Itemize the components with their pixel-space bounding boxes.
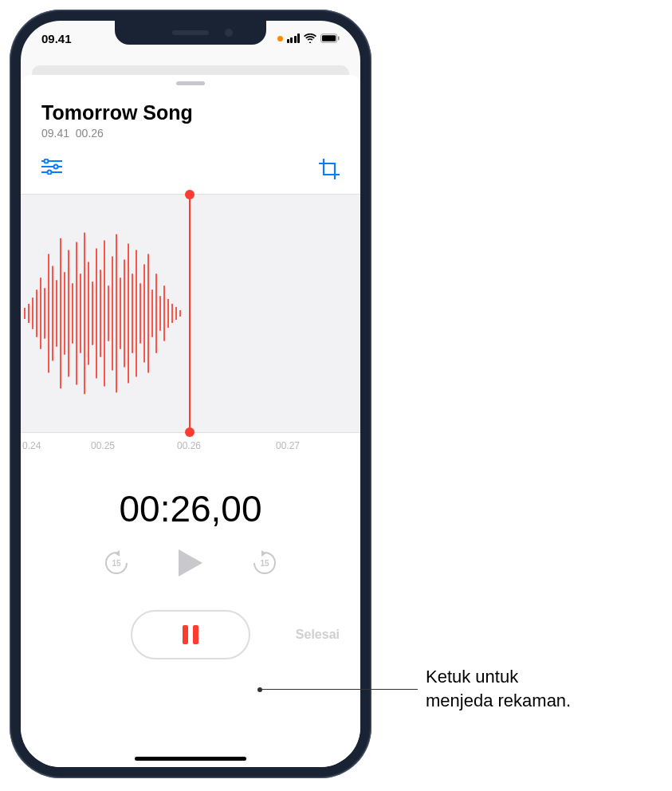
wifi-icon (304, 33, 316, 43)
recording-duration: 00.26 (76, 127, 104, 140)
pause-record-button[interactable] (131, 610, 250, 659)
waveform-icon (21, 195, 192, 432)
sheet-grab-handle[interactable] (176, 81, 205, 85)
ruler-tick: 00.25 (91, 440, 115, 451)
svg-point-7 (54, 165, 58, 169)
trim-crop-icon[interactable] (319, 159, 340, 179)
callout-text: Ketuk untuk menjeda rekaman. (426, 665, 571, 712)
time-ruler: 0.24 00.25 00.26 00.27 (21, 438, 360, 457)
edit-toolbar (21, 140, 360, 194)
pause-icon (183, 625, 198, 644)
device-notch (115, 21, 266, 45)
notch-camera (225, 29, 233, 37)
notch-speaker (172, 30, 209, 35)
settings-sliders-icon[interactable] (41, 159, 62, 175)
svg-marker-50 (179, 549, 202, 577)
waveform-display[interactable] (21, 194, 360, 433)
phone-screen: 09.41 Tomorrow Song (21, 21, 360, 767)
svg-rect-2 (338, 37, 339, 41)
status-time: 09.41 (41, 32, 72, 45)
status-indicators (277, 33, 340, 43)
svg-text:15: 15 (260, 559, 269, 568)
ruler-tick: 0.24 (22, 440, 41, 451)
home-indicator[interactable] (135, 757, 246, 761)
phone-frame: 09.41 Tomorrow Song (10, 10, 371, 778)
ruler-tick: 00.27 (276, 440, 300, 451)
record-row: Selesai (21, 610, 360, 659)
svg-point-8 (48, 171, 52, 175)
elapsed-time: 00:26,00 (21, 487, 360, 530)
playhead-line (189, 195, 191, 432)
play-icon[interactable] (177, 548, 204, 578)
done-button[interactable]: Selesai (296, 628, 340, 642)
recording-indicator-icon (277, 36, 283, 41)
ruler-tick: 00.26 (177, 440, 201, 451)
svg-text:15: 15 (112, 559, 121, 568)
recording-title[interactable]: Tomorrow Song (21, 101, 360, 124)
callout-leader-line (260, 689, 418, 690)
cellular-signal-icon (287, 33, 301, 43)
svg-point-6 (45, 159, 49, 163)
battery-icon (320, 33, 340, 43)
skip-back-15-icon[interactable]: 15 (102, 549, 131, 577)
svg-rect-1 (322, 35, 336, 41)
recording-time: 09.41 (41, 127, 69, 140)
playback-controls: 15 15 (21, 548, 360, 578)
recording-sheet: Tomorrow Song 09.41 00.26 (21, 75, 360, 767)
skip-forward-15-icon[interactable]: 15 (250, 549, 279, 577)
playhead-handle-bottom (185, 427, 195, 437)
recording-meta: 09.41 00.26 (21, 127, 360, 140)
